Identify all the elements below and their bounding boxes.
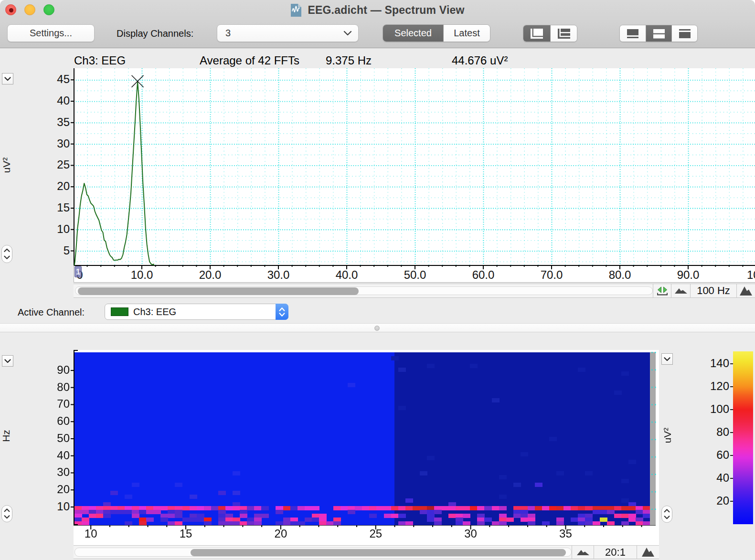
- sonogram-y-tick-label: 60: [46, 414, 70, 428]
- pane-visibility-segmented-control: [619, 25, 698, 42]
- app-window: EEG.adicht — Spectrum View Settings... D…: [0, 0, 755, 560]
- sonogram-scrollbar-thumb[interactable]: [191, 549, 566, 556]
- window-header: EEG.adicht — Spectrum View Settings... D…: [0, 0, 755, 48]
- big-mountain-icon: [739, 286, 753, 296]
- sonogram-x-tick-label: 15: [164, 527, 207, 540]
- sonogram-y-scale-stepper[interactable]: [1, 505, 12, 522]
- segment-latest[interactable]: Latest: [443, 25, 490, 42]
- spectrum-x-tick-label: 50.0: [393, 268, 436, 282]
- sonogram-scale-stepper[interactable]: [661, 506, 672, 523]
- spectrum-x-tick-label: 70.0: [530, 268, 573, 282]
- sonogram-x-tick-label: 25: [354, 527, 397, 540]
- spectrum-y-tick-label: 45: [41, 73, 70, 86]
- spectrum-scrollbar-thumb[interactable]: [78, 287, 359, 295]
- stacked-plots-layout-button[interactable]: [550, 25, 577, 42]
- spectrum-x-tick-label: 90.0: [667, 268, 710, 282]
- spectrum-y-tick-label: 10: [41, 222, 70, 236]
- spectrum-cursor-power: 44.676 uV²: [452, 54, 508, 67]
- sonogram-expand-x-button[interactable]: [637, 546, 659, 559]
- spectrum-y-tick-label: 5: [41, 244, 70, 257]
- settings-button[interactable]: Settings...: [7, 24, 95, 42]
- spectrum-x-tick-label: 10.0: [120, 268, 163, 282]
- colorbar-tick-label: 20: [696, 494, 729, 507]
- sonogram-compress-x-button[interactable]: [572, 546, 594, 559]
- chevron-down-icon: [343, 31, 352, 36]
- spectrum-only-pane-button[interactable]: [620, 25, 646, 42]
- spectrum-y-axis-title: uV²: [1, 158, 12, 173]
- spectrum-compress-x-button[interactable]: [671, 284, 690, 297]
- stepper-up-icon: [664, 509, 670, 513]
- expand-horizontal-icon: [657, 285, 668, 296]
- spectrum-channel-label: Ch3: EEG: [74, 54, 126, 67]
- colorbar-tick-label: 100: [696, 402, 729, 416]
- sonogram-x-tick-label: 35: [544, 527, 587, 540]
- display-channels-dropdown[interactable]: 3: [217, 24, 359, 42]
- sonogram-y-axis-menu-button[interactable]: [2, 355, 13, 367]
- segment-selected-label: Selected: [394, 28, 432, 39]
- sonogram-plot-area[interactable]: [74, 350, 659, 545]
- display-channels-value: 3: [225, 28, 231, 39]
- stepper-up-icon: [4, 248, 10, 253]
- channel-color-swatch: [111, 307, 128, 316]
- spectrum-y-axis-menu-button[interactable]: [2, 73, 13, 85]
- sonogram-only-pane-button[interactable]: [671, 25, 697, 42]
- sonogram-only-icon: [678, 28, 692, 39]
- sonogram-y-tick-label: 20: [46, 483, 70, 496]
- spectrum-autofit-x-button[interactable]: [653, 284, 671, 297]
- spectrum-y-tick-label: 35: [41, 116, 70, 129]
- spectrum-x-tick-label: 30.0: [257, 268, 300, 282]
- spectrum-y-tick-label: 30: [41, 137, 70, 150]
- sonogram-scale-axis-menu-button[interactable]: [661, 353, 673, 365]
- colorbar-tick-label: 80: [696, 425, 729, 439]
- sonogram-x-tick-label: 10: [69, 527, 112, 540]
- title-group: EEG.adicht — Spectrum View: [0, 2, 755, 18]
- split-panes-button[interactable]: [646, 25, 671, 42]
- stepper-down-icon: [664, 516, 670, 519]
- spectrum-y-tick-label: 15: [41, 201, 70, 214]
- sonogram-y-tick-label: 10: [46, 500, 70, 513]
- popup-arrows: [276, 304, 288, 320]
- colorbar-tick: [730, 386, 733, 387]
- display-channels-label: Display Channels:: [117, 28, 193, 39]
- spectrum-expand-x-button[interactable]: [737, 284, 755, 297]
- spectrum-y-tick-label: 20: [41, 180, 70, 193]
- popup-up-arrow-icon: [279, 307, 285, 311]
- spectrum-x-tick-label: 100: [735, 268, 755, 282]
- segment-selected[interactable]: Selected: [383, 25, 443, 42]
- data-mode-segmented-control: Selected Latest: [383, 24, 490, 42]
- spectrum-y-tick-label: 25: [41, 158, 70, 171]
- colorbar-tick: [730, 455, 733, 456]
- spectrum-plot-area[interactable]: [74, 68, 755, 283]
- colorbar-tick: [730, 409, 733, 410]
- splitter-grip: [374, 326, 380, 331]
- stepper-down-icon: [4, 255, 10, 260]
- document-icon: [290, 3, 302, 17]
- spectrum-x-tick-label: 60.0: [462, 268, 505, 282]
- big-mountain-icon: [641, 547, 655, 557]
- active-channel-popup[interactable]: Ch3: EEG: [105, 304, 288, 320]
- colorbar-tick: [730, 363, 733, 364]
- sonogram-y-axis-title: Hz: [0, 430, 12, 442]
- single-plot-layout-button[interactable]: [523, 25, 550, 42]
- spectrum-x-span-value: 100 Hz: [691, 284, 736, 297]
- sonogram-scrollbar-row: 20:1: [74, 545, 659, 559]
- active-channel-label: Active Channel:: [18, 307, 85, 318]
- sonogram-y-tick-label: 90: [46, 363, 70, 377]
- spectrum-x-tick-label: 80.0: [598, 268, 641, 282]
- small-mountain-icon: [674, 287, 688, 294]
- colorbar-tick-label: 40: [696, 471, 729, 485]
- colorbar-tick-label: 60: [696, 448, 729, 462]
- popup-down-arrow-icon: [279, 313, 285, 317]
- sonogram-y-tick-label: 70: [46, 397, 70, 411]
- colorbar-tick-label: 140: [696, 357, 729, 370]
- sonogram-y-tick-label: 40: [46, 449, 70, 462]
- spectrum-origin-marker[interactable]: 1: [74, 266, 82, 277]
- colorbar: [733, 351, 753, 524]
- pane-splitter[interactable]: [0, 323, 755, 332]
- split-panes-icon: [652, 28, 666, 39]
- spectrum-y-tick-label: 40: [41, 94, 70, 107]
- window-title: EEG.adicht — Spectrum View: [308, 4, 464, 17]
- spectrum-averages-label: Average of 42 FFTs: [200, 54, 299, 67]
- spectrum-y-scale-stepper[interactable]: [1, 245, 12, 263]
- active-channel-value: Ch3: EEG: [133, 306, 176, 317]
